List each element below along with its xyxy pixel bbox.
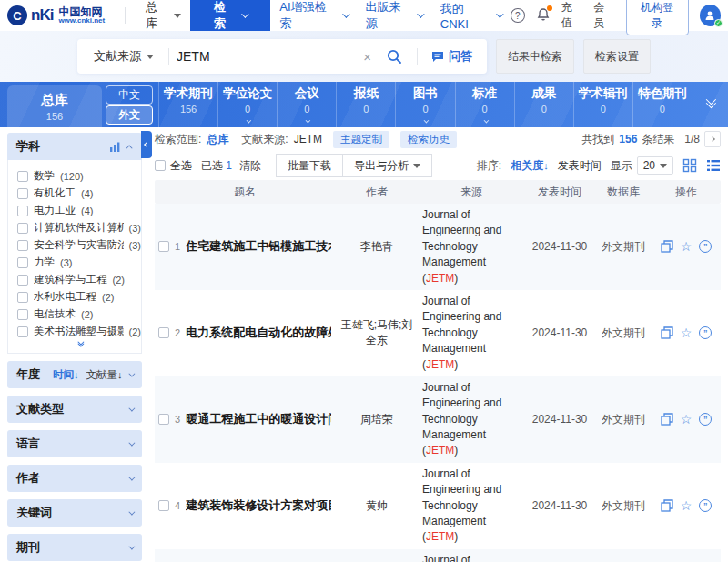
result-authors[interactable]: 王雄飞;马伟;刘全东 [335, 314, 419, 352]
favorite-star-icon[interactable]: ☆ [681, 326, 693, 339]
subject-filter-item[interactable]: 有机化工 (4) [17, 185, 141, 202]
sidebar-section-header[interactable]: 期刊 [7, 534, 142, 561]
database-tab[interactable]: 报纸 0 [336, 82, 395, 127]
year-sort-time[interactable]: 时间↓ [53, 368, 79, 382]
subject-filter-item[interactable]: 建筑科学与工程 (2) [17, 271, 141, 288]
database-tab[interactable]: 特色期刊 0 [632, 82, 692, 127]
tab-all-databases[interactable]: 总库 156 [7, 85, 102, 127]
filter-checkbox[interactable] [17, 326, 28, 337]
subject-filter-item[interactable]: 电力工业 (4) [17, 202, 141, 219]
filter-checkbox[interactable] [17, 223, 28, 234]
list-view-icon[interactable] [706, 158, 721, 173]
sidebar-section-header[interactable]: 语言 [7, 430, 142, 457]
year-section-header[interactable]: 年度 时间↓ 文献量↓ [7, 361, 142, 388]
nav-sources[interactable]: 出版来源 [357, 0, 431, 31]
user-avatar[interactable]: ✓ [700, 5, 721, 26]
favorite-star-icon[interactable]: ☆ [681, 499, 693, 512]
sort-relevance[interactable]: 相关度↓ [511, 158, 549, 174]
sort-date[interactable]: 发表时间 [558, 158, 602, 174]
topic-customize-chip[interactable]: 主题定制 [333, 131, 389, 148]
recharge-link[interactable]: 充值 [561, 0, 582, 31]
qa-button[interactable]: 问答 [425, 48, 478, 65]
clear-selection-button[interactable]: 清除 [239, 158, 261, 174]
result-title-link[interactable]: 电力系统配电自动化的故障处理 [186, 325, 331, 341]
subject-filter-item[interactable]: 电信技术 (2) [17, 306, 141, 323]
search-input[interactable] [177, 49, 356, 64]
row-checkbox[interactable] [158, 327, 169, 338]
org-login-button[interactable]: 机构登录 [626, 0, 689, 35]
more-tabs-chevron[interactable] [692, 82, 728, 127]
search-history-chip[interactable]: 检索历史 [400, 131, 457, 148]
result-authors[interactable]: 黄帅 [335, 495, 419, 517]
filter-checkbox[interactable] [17, 188, 28, 199]
scope-value[interactable]: 总库 [207, 132, 228, 147]
expand-more-icon[interactable] [17, 340, 141, 349]
sidebar-section-header[interactable]: 文献类型 [7, 396, 142, 423]
subject-panel-header[interactable]: 学科 [7, 133, 142, 160]
filter-checkbox[interactable] [17, 171, 28, 182]
year-sort-volume[interactable]: 文献量↓ [86, 368, 123, 382]
favorite-star-icon[interactable]: ☆ [681, 240, 693, 253]
sidebar-section-header[interactable]: 关键词 [7, 499, 142, 527]
database-tab[interactable]: 学术辑刊 0 [573, 82, 632, 127]
bar-chart-icon[interactable] [109, 142, 121, 152]
member-link[interactable]: 会员 [593, 0, 614, 31]
read-online-icon[interactable] [661, 413, 673, 426]
result-source[interactable]: Journal of Engineering and Technology Ma… [419, 549, 524, 562]
clear-search-icon[interactable]: × [356, 49, 379, 65]
read-online-icon[interactable] [661, 499, 673, 512]
sidebar-collapse-button[interactable] [141, 131, 152, 158]
help-icon[interactable]: ? [511, 8, 525, 23]
search-in-results-button[interactable]: 结果中检索 [496, 39, 574, 74]
filter-checkbox[interactable] [17, 240, 28, 251]
result-source[interactable]: Journal of Engineering and Technology Ma… [419, 204, 524, 290]
result-title-link[interactable]: 住宅建筑施工中铝模施工技术和现场施工技术研究 [186, 238, 331, 255]
filter-checkbox[interactable] [17, 292, 28, 303]
sidebar-section-header[interactable]: 作者 [7, 465, 142, 492]
read-online-icon[interactable] [661, 326, 673, 339]
result-source[interactable]: Journal of Engineering and Technology Ma… [419, 290, 524, 376]
subject-filter-item[interactable]: 数学 (120) [17, 167, 141, 185]
cnki-logo[interactable]: C nKi 中国知网 www.cnki.net [7, 5, 105, 25]
filter-checkbox[interactable] [17, 275, 28, 286]
favorite-star-icon[interactable]: ☆ [681, 413, 693, 426]
tab-foreign[interactable]: 外文 [106, 105, 153, 125]
search-icon[interactable] [379, 48, 410, 65]
page-size-select[interactable]: 20 [637, 156, 673, 175]
row-checkbox[interactable] [158, 500, 169, 511]
notification-bell-icon[interactable] [536, 7, 551, 25]
nav-my-cnki[interactable]: 我的CNKI [431, 0, 511, 31]
subject-filter-item[interactable]: 力学 (3) [17, 254, 141, 271]
result-source[interactable]: Journal of Engineering and Technology Ma… [419, 463, 524, 549]
nav-ai-search[interactable]: AI增强检索 [270, 0, 356, 31]
chevron-up-icon[interactable] [126, 145, 133, 151]
cite-icon[interactable]: ” [699, 326, 712, 339]
nav-library[interactable]: 总库 [136, 0, 190, 31]
result-authors[interactable]: 李艳青 [335, 236, 419, 258]
database-tab[interactable]: 学术期刊 156 [158, 82, 217, 127]
grid-view-icon[interactable] [682, 158, 697, 173]
database-tab[interactable]: 标准 0 [455, 82, 514, 127]
subject-filter-item[interactable]: 计算机软件及计算机... (3) [17, 219, 141, 236]
result-title-link[interactable]: 暖通工程施工中的暖通设计问题分析 [186, 411, 331, 427]
database-tab[interactable]: 图书 0 [395, 82, 454, 127]
nav-search[interactable]: 检索 [190, 0, 271, 31]
select-all-checkbox[interactable] [155, 160, 166, 171]
next-page-button[interactable] [704, 131, 721, 147]
database-tab[interactable]: 学位论文 0 [217, 82, 277, 127]
batch-download-button[interactable]: 批量下载 [276, 154, 343, 177]
read-online-icon[interactable] [661, 240, 673, 253]
database-tab[interactable]: 成果 0 [514, 82, 573, 127]
subject-filter-item[interactable]: 美术书法雕塑与摄影 (2) [17, 323, 141, 340]
result-source[interactable]: Journal of Engineering and Technology Ma… [419, 376, 524, 463]
cite-icon[interactable]: ” [699, 499, 712, 512]
subject-filter-item[interactable]: 水利水电工程 (2) [17, 288, 141, 306]
database-tab[interactable]: 会议 0 [277, 82, 336, 127]
filter-checkbox[interactable] [17, 309, 28, 320]
search-scope-select[interactable]: 文献来源 [86, 48, 161, 65]
result-title-link[interactable]: 建筑装饰装修设计方案对项目施工的全局性影响 [186, 497, 331, 514]
filter-checkbox[interactable] [17, 206, 28, 216]
export-analyze-button[interactable]: 导出与分析 [343, 154, 432, 177]
select-all[interactable]: 全选 [155, 158, 192, 174]
tab-chinese[interactable]: 中文 [106, 85, 153, 105]
